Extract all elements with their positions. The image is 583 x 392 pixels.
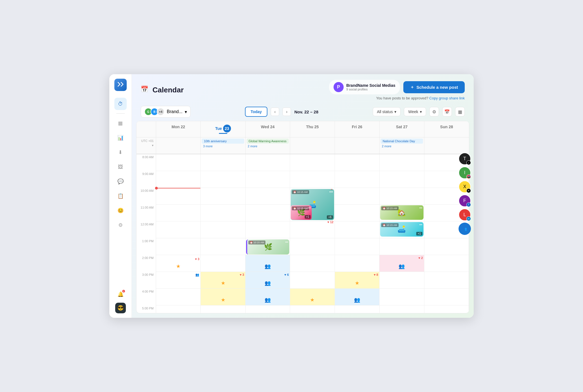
- status-filter[interactable]: All status ▾: [373, 107, 401, 116]
- cell-tue-3pm[interactable]: ♥ 3 ★: [201, 272, 245, 289]
- cell-wed-5pm[interactable]: [246, 305, 290, 313]
- sidebar-item-settings[interactable]: ⚙: [114, 219, 127, 231]
- expand-icon[interactable]: ▾: [152, 144, 154, 147]
- cell-fri-8am[interactable]: [335, 154, 380, 171]
- cell-thu-5pm[interactable]: [290, 305, 335, 313]
- user-avatar[interactable]: 😎: [115, 303, 126, 313]
- cell-mon-11am[interactable]: [156, 205, 201, 221]
- cell-mon-1pm[interactable]: [156, 238, 201, 255]
- profile-facebook[interactable]: F f: [459, 195, 471, 207]
- sidebar-item-media[interactable]: 🖼: [114, 161, 127, 173]
- cell-mon-2pm[interactable]: ♥ 3 ★: [156, 255, 201, 272]
- sidebar-item-content[interactable]: 📋: [114, 190, 127, 202]
- cell-fri-1pm[interactable]: [335, 238, 380, 255]
- cell-fri-5pm[interactable]: [335, 305, 380, 313]
- cell-wed-8am[interactable]: [246, 154, 290, 171]
- cell-tue-9am[interactable]: [201, 171, 245, 188]
- cell-mon-10am[interactable]: [156, 188, 201, 205]
- today-button[interactable]: Today: [245, 107, 267, 117]
- cell-sat-8am[interactable]: [380, 154, 424, 171]
- cell-sat-10am[interactable]: [380, 188, 424, 205]
- cell-wed-4pm[interactable]: 👥: [246, 289, 290, 305]
- next-week-button[interactable]: ›: [283, 108, 291, 116]
- cell-thu-10am[interactable]: 🛋️ ⏰ 10:15 AM ••• +6 ✓ ♥ 1: [290, 188, 335, 205]
- cell-mon-9am[interactable]: [156, 171, 201, 188]
- cell-fri-3pm[interactable]: ♥ 8 ★: [335, 272, 380, 289]
- cell-tue-1pm[interactable]: [201, 238, 245, 255]
- sidebar-item-analytics[interactable]: 📊: [114, 132, 127, 144]
- cell-sat-12pm[interactable]: 🛋️ ⏰ 10:15 AM ••• +1: [380, 221, 424, 238]
- cell-thu-4pm[interactable]: ★: [290, 289, 335, 305]
- prev-week-button[interactable]: ‹: [271, 108, 279, 116]
- cell-sun-3pm[interactable]: [424, 272, 469, 289]
- cell-sat-4pm[interactable]: [380, 289, 424, 305]
- grid-view-button[interactable]: ▦: [455, 107, 465, 116]
- cell-tue-5pm[interactable]: [201, 305, 245, 313]
- allday-more-wed[interactable]: 2 more: [247, 144, 289, 148]
- notifications-button[interactable]: 🔔 1: [114, 288, 127, 300]
- sidebar-item-activity[interactable]: ⏱: [114, 98, 127, 110]
- allday-event-chocolate[interactable]: National Chocolate Day: [381, 139, 423, 144]
- cell-mon-3pm[interactable]: 👥: [156, 272, 201, 289]
- cell-wed-11am[interactable]: [246, 205, 290, 221]
- calendar-view-button[interactable]: 📅: [442, 107, 452, 116]
- allday-more-tue[interactable]: 3 more: [202, 144, 244, 148]
- cell-thu-3pm[interactable]: [290, 272, 335, 289]
- profile-x[interactable]: X ✕: [459, 181, 471, 193]
- cell-sun-4pm[interactable]: [424, 289, 469, 305]
- wed-1pm-event-1[interactable]: 🌿 ⏰ 10:15 AM •••: [246, 239, 289, 255]
- cell-sat-9am[interactable]: [380, 171, 424, 188]
- profile-linkedin[interactable]: L in: [459, 209, 471, 221]
- cell-wed-12pm[interactable]: [246, 221, 290, 238]
- cell-sat-5pm[interactable]: [380, 305, 424, 313]
- cell-thu-12pm[interactable]: ♥ 12: [290, 221, 335, 238]
- cell-sun-1pm[interactable]: [424, 238, 469, 255]
- allday-more-sat[interactable]: 2 more: [381, 144, 423, 148]
- cell-wed-1pm[interactable]: 🌿 ⏰ 10:15 AM •••: [246, 238, 290, 255]
- profile-users-button[interactable]: 👥: [459, 223, 471, 235]
- cell-tue-10am[interactable]: [201, 188, 245, 205]
- cell-wed-9am[interactable]: [246, 171, 290, 188]
- cell-tue-12pm[interactable]: [201, 221, 245, 238]
- sidebar-item-emoji[interactable]: 😊: [114, 204, 127, 217]
- cell-mon-8am[interactable]: [156, 154, 201, 171]
- cell-sun-2pm[interactable]: [424, 255, 469, 272]
- cell-tue-2pm[interactable]: [201, 255, 245, 272]
- thu-event-dots-1[interactable]: •••: [329, 190, 333, 194]
- cell-fri-12pm[interactable]: [335, 221, 380, 238]
- cell-thu-1pm[interactable]: [290, 238, 335, 255]
- cell-sun-5pm[interactable]: [424, 305, 469, 313]
- cell-sat-11am[interactable]: 🏡 ⏰ 10:15 AM •••: [380, 205, 424, 221]
- profile-badge[interactable]: P BrandName Social Medias 9 social profi…: [329, 80, 400, 94]
- cell-tue-11am[interactable]: [201, 205, 245, 221]
- schedule-button[interactable]: ＋ Schedule a new post: [403, 81, 465, 93]
- allday-event-warming[interactable]: Global Warming Awareness: [247, 139, 289, 144]
- week-filter[interactable]: Week ▾: [404, 107, 426, 116]
- cell-tue-8am[interactable]: [201, 154, 245, 171]
- cell-sat-1pm[interactable]: [380, 238, 424, 255]
- app-logo[interactable]: [114, 79, 127, 91]
- thu-11am-dots-1[interactable]: •••: [308, 206, 311, 209]
- cell-wed-3pm[interactable]: ♥ 6 👥: [246, 272, 290, 289]
- cell-wed-10am[interactable]: [246, 188, 290, 205]
- cell-thu-2pm[interactable]: [290, 255, 335, 272]
- thu-11am-event-1[interactable]: 🌿 ⏰ 10:15 AM ••• +1: [291, 205, 312, 220]
- sat-12pm-dots-1[interactable]: •••: [419, 223, 422, 226]
- wed-1pm-dots-1[interactable]: •••: [285, 241, 288, 244]
- cell-thu-8am[interactable]: [290, 154, 335, 171]
- filter-icon-button[interactable]: ⚙: [429, 107, 439, 116]
- profile-tiktok[interactable]: T ♪: [459, 153, 471, 165]
- sidebar-item-download[interactable]: ⬇: [114, 146, 127, 158]
- cell-fri-2pm[interactable]: [335, 255, 380, 272]
- sat-11am-dots-1[interactable]: •••: [419, 206, 422, 209]
- cell-fri-11am[interactable]: [335, 205, 380, 221]
- sidebar-item-grid[interactable]: ▦: [114, 117, 127, 129]
- brand-selector[interactable]: G B +4 Brand... ▾: [141, 106, 191, 118]
- cell-fri-10am[interactable]: [335, 188, 380, 205]
- cell-mon-5pm[interactable]: [156, 305, 201, 313]
- cell-sat-2pm[interactable]: ♥ 2 👥: [380, 255, 424, 272]
- approve-link[interactable]: Copy group share link: [429, 96, 465, 100]
- cell-sat-3pm[interactable]: [380, 272, 424, 289]
- cell-tue-4pm[interactable]: ★: [201, 289, 245, 305]
- cell-thu-9am[interactable]: [290, 171, 335, 188]
